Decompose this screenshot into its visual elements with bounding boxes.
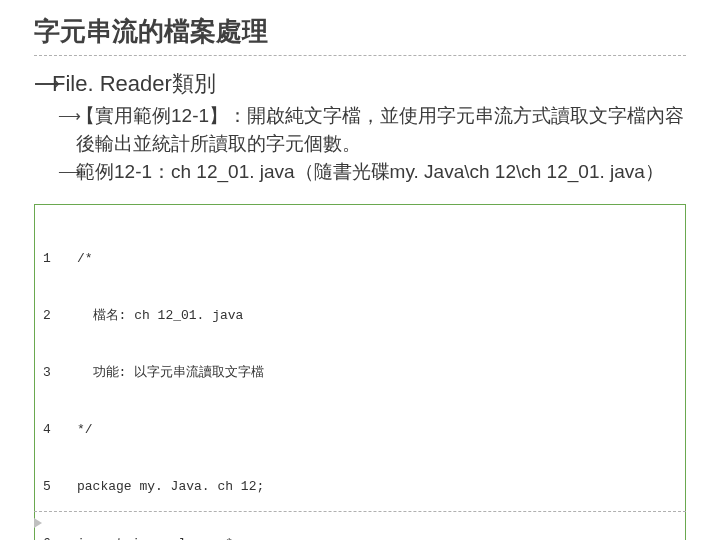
code-text: */ xyxy=(77,420,93,439)
divider-bottom xyxy=(34,511,686,512)
code-text: package my. Java. ch 12; xyxy=(77,477,264,496)
code-text: import java. lang. *; xyxy=(77,534,241,540)
line-number: 1 xyxy=(43,249,77,268)
code-line: 2 檔名: ch 12_01. java xyxy=(43,306,677,325)
line-number: 6 xyxy=(43,534,77,540)
line-number: 4 xyxy=(43,420,77,439)
code-text: /* xyxy=(77,249,93,268)
bullet-main-row: ⟶ File. Reader類別 xyxy=(34,70,686,98)
code-line: 6import java. lang. *; xyxy=(43,534,677,540)
code-line: 4*/ xyxy=(43,420,677,439)
line-number: 2 xyxy=(43,306,77,325)
code-line: 5package my. Java. ch 12; xyxy=(43,477,677,496)
sub-bullet-text: 範例12-1：ch 12_01. java（隨書光碟my. Java\ch 12… xyxy=(76,158,664,186)
sub-bullet-row: ⟶ 範例12-1：ch 12_01. java（隨書光碟my. Java\ch … xyxy=(58,158,686,186)
code-line: 1/* xyxy=(43,249,677,268)
slide-title: 字元串流的檔案處理 xyxy=(34,14,686,49)
divider-top xyxy=(34,55,686,56)
bullet-icon: ⟶ xyxy=(34,70,52,98)
corner-arrow-icon xyxy=(34,518,42,528)
code-text: 檔名: ch 12_01. java xyxy=(77,306,243,325)
sub-bullet-row: ⟶ 【實用範例12-1】：開啟純文字檔，並使用字元串流方式讀取文字檔內容後輸出並… xyxy=(58,102,686,158)
sub-bullet-icon: ⟶ xyxy=(58,158,76,186)
code-box: 1/* 2 檔名: ch 12_01. java 3 功能: 以字元串流讀取文字… xyxy=(34,204,686,540)
bullet-main-text: File. Reader類別 xyxy=(52,70,216,98)
line-number: 3 xyxy=(43,363,77,382)
code-line: 3 功能: 以字元串流讀取文字檔 xyxy=(43,363,677,382)
sub-bullet-icon: ⟶ xyxy=(58,102,76,130)
line-number: 5 xyxy=(43,477,77,496)
sub-bullet-text: 【實用範例12-1】：開啟純文字檔，並使用字元串流方式讀取文字檔內容後輸出並統計… xyxy=(76,102,686,158)
code-text: 功能: 以字元串流讀取文字檔 xyxy=(77,363,264,382)
